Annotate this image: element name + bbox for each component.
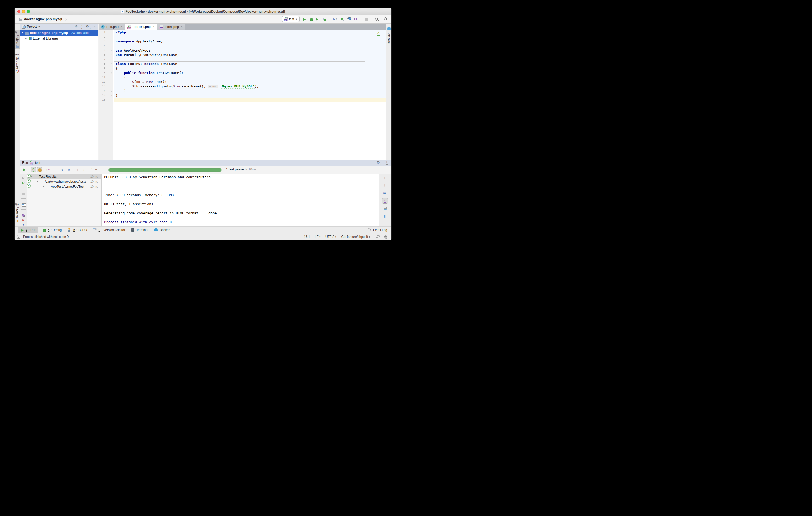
test-tree-row[interactable]: ▼Test Results10ms xyxy=(27,174,101,179)
print-button[interactable] xyxy=(382,205,388,211)
toolwindow-button-docker[interactable]: Docker xyxy=(152,227,172,233)
attach-debugger-icon[interactable] xyxy=(323,17,327,22)
more-chevron-button[interactable] xyxy=(94,167,99,172)
toolwindow-button-todo[interactable]: 6: TODO xyxy=(65,227,89,233)
toolwindow-button-terminal[interactable]: Terminal xyxy=(128,227,150,233)
event-log-button[interactable]: Event Log xyxy=(367,228,392,232)
rerun-tests-icon[interactable] xyxy=(22,168,26,172)
toolwindow-toggle-icon[interactable] xyxy=(17,235,21,239)
tab-footest-php[interactable]: FooTest.php× xyxy=(125,24,157,30)
expand-arrow-icon[interactable]: ▶ xyxy=(21,32,25,34)
console-output[interactable]: PHPUnit 6.3.0 by Sebastian Bergmann and … xyxy=(102,174,379,226)
rerun-failed-icon[interactable] xyxy=(22,176,26,179)
code-line[interactable]: } xyxy=(114,93,386,97)
code-editor[interactable]: 12345▿6▵78▿910▿11121314▵15▵16 <?phpnames… xyxy=(98,30,386,160)
stop-icon[interactable] xyxy=(22,192,26,195)
run-with-coverage-icon[interactable] xyxy=(316,17,320,22)
close-icon[interactable] xyxy=(22,219,26,221)
code-line[interactable] xyxy=(114,34,386,39)
sidebar-item-structure[interactable]: 7: Structure xyxy=(14,53,20,74)
tab-index-php[interactable]: index.php× xyxy=(157,24,185,30)
fold-marker-icon[interactable]: ▿ xyxy=(110,61,113,66)
local-history-icon[interactable] xyxy=(347,17,351,22)
breadcrumb-project[interactable]: docker-nginx-php-mysql xyxy=(24,17,62,21)
sidebar-item-database[interactable]: Database xyxy=(386,26,392,45)
collapse-arrow-icon[interactable]: ▼ xyxy=(36,180,40,183)
code-line[interactable]: class FooTest extends TestCase xyxy=(114,61,386,66)
settings-icon[interactable] xyxy=(377,161,381,165)
tab-foo-php[interactable]: Foo.php× xyxy=(98,24,125,30)
test-tree-row[interactable]: ▶AppTest\Acme\FooTest10ms xyxy=(27,184,101,189)
sort-by-duration-button[interactable] xyxy=(52,167,57,172)
sort-alphabetically-button[interactable] xyxy=(46,167,51,172)
code-line[interactable]: namespace AppTest\Acme; xyxy=(114,39,386,44)
pin-tab-icon[interactable] xyxy=(22,213,26,217)
clear-all-button[interactable] xyxy=(382,213,388,219)
code-line[interactable]: } xyxy=(114,88,386,93)
code-line[interactable]: $foo = new Foo(); xyxy=(114,80,386,84)
inspection-ok-icon[interactable] xyxy=(377,31,381,36)
chevron-down-icon[interactable]: ▼ xyxy=(38,25,40,28)
code-line[interactable]: <?php xyxy=(114,30,386,34)
lock-icon[interactable] xyxy=(375,235,379,239)
status-widget-git[interactable]: Git: feature/phpunit▲▼ xyxy=(341,235,370,239)
breadcrumb[interactable]: docker-nginx-php-mysql xyxy=(18,15,66,23)
stop-icon[interactable] xyxy=(364,17,368,22)
next-occurrence-button[interactable] xyxy=(82,167,87,172)
expand-all-button[interactable] xyxy=(60,167,66,172)
settings-icon[interactable] xyxy=(86,25,90,29)
restore-layout-icon[interactable] xyxy=(22,203,26,205)
test-tree-row[interactable]: ▼/var/www/html/web/app/tests10ms xyxy=(27,179,101,184)
code-line[interactable]: { xyxy=(114,75,386,80)
toolwindow-button-debug[interactable]: 5: Debug xyxy=(40,227,64,233)
project-root-row[interactable]: ▶ docker-nginx-php-mysql ~/Workspace/ xyxy=(20,30,98,36)
fold-marker-icon[interactable]: ▵ xyxy=(110,93,113,97)
run-panel-header[interactable]: Run ✓ test xyxy=(20,160,392,166)
export-test-results-button[interactable] xyxy=(88,167,93,172)
soft-wrap-button[interactable] xyxy=(382,190,388,196)
code-line[interactable]: $this->assertEquals($foo->getName(), act… xyxy=(114,84,386,88)
close-icon[interactable]: × xyxy=(152,25,154,29)
external-libraries-row[interactable]: ▶ External Libraries xyxy=(20,36,98,41)
collapse-all-button[interactable] xyxy=(67,167,72,172)
code-line[interactable] xyxy=(114,97,386,102)
code-line[interactable]: use PHPUnit\Framework\TestCase; xyxy=(114,53,386,57)
scroll-down-button[interactable] xyxy=(382,183,388,189)
fold-marker-icon[interactable]: ▵ xyxy=(110,53,113,57)
run-icon[interactable] xyxy=(302,17,307,22)
help-icon[interactable] xyxy=(22,224,26,226)
code-line[interactable]: use App\Acme\Foo; xyxy=(114,48,386,53)
debug-icon[interactable] xyxy=(309,17,313,22)
fold-marker-icon[interactable]: ▿ xyxy=(110,70,113,75)
show-passed-button[interactable] xyxy=(31,167,36,172)
previous-occurrence-button[interactable] xyxy=(75,167,81,172)
close-icon[interactable]: × xyxy=(120,25,122,29)
code-line[interactable] xyxy=(114,44,386,48)
run-configuration-select[interactable]: ✓ test ▼ xyxy=(282,16,299,22)
code-line[interactable] xyxy=(114,57,386,61)
toggle-auto-test-icon[interactable] xyxy=(22,181,26,184)
scroll-to-end-button[interactable] xyxy=(382,198,388,204)
show-ignored-button[interactable] xyxy=(37,167,42,172)
search-everywhere-icon[interactable] xyxy=(383,17,388,21)
locate-icon[interactable] xyxy=(75,25,79,29)
hide-down-icon[interactable] xyxy=(385,161,389,165)
project-panel-header[interactable]: Project ▼ xyxy=(20,24,98,30)
status-widget-utf8[interactable]: UTF-8▲▼ xyxy=(325,235,337,239)
rollback-icon[interactable] xyxy=(353,17,358,22)
collapse-all-small-icon[interactable] xyxy=(81,25,84,28)
sidebar-item-favorites[interactable]: 2: Favorites xyxy=(14,202,20,224)
code-line[interactable]: public function testGetName() xyxy=(114,70,386,75)
status-widget-lf[interactable]: LF▲▼ xyxy=(315,235,321,239)
scroll-up-button[interactable] xyxy=(382,175,388,181)
hector-inspections-icon[interactable] xyxy=(384,235,388,239)
editor-gutter[interactable]: 12345▿6▵78▿910▿11121314▵15▵16 xyxy=(98,30,113,160)
sidebar-item-project[interactable]: 1: Project xyxy=(14,30,20,49)
fold-marker-icon[interactable]: ▵ xyxy=(110,89,113,93)
fold-marker-icon[interactable]: ▿ xyxy=(110,48,113,53)
close-icon[interactable]: × xyxy=(181,25,182,29)
expand-arrow-icon[interactable]: ▶ xyxy=(24,37,28,39)
expand-arrow-icon[interactable]: ▶ xyxy=(41,185,46,188)
update-project-icon[interactable] xyxy=(333,17,338,22)
toolwindow-button-versioncontrol[interactable]: 9: Version Control xyxy=(91,227,127,233)
